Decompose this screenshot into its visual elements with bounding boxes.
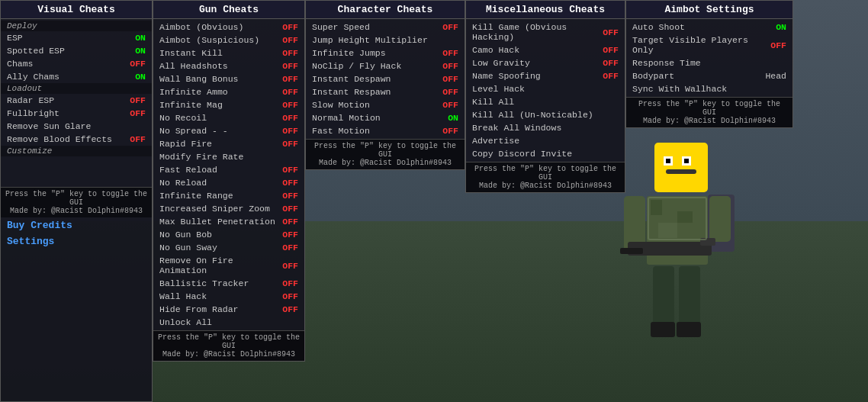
fast-motion-item[interactable]: Fast MotionOFF bbox=[306, 124, 465, 137]
remove-on-fire-item[interactable]: Remove On Fire AnimationOFF bbox=[153, 254, 304, 277]
kill-all-item[interactable]: Kill All bbox=[466, 95, 625, 108]
gun-cheats-header: Gun Cheats bbox=[153, 1, 304, 19]
panels-container: Visual Cheats Deploy ESP ON Spotted ESP … bbox=[0, 0, 868, 402]
slow-motion-item[interactable]: Slow MotionOFF bbox=[306, 98, 465, 111]
chams-value: OFF bbox=[130, 59, 146, 69]
character-footer: Press the "P" key to toggle the GUIMade … bbox=[306, 139, 465, 169]
increased-sniper-zoom-item[interactable]: Increased Sniper ZoomOFF bbox=[153, 202, 304, 215]
jump-height-item[interactable]: Jump Height Multiplier bbox=[306, 34, 465, 47]
instant-respawn-item[interactable]: Instant RespawnOFF bbox=[306, 85, 465, 98]
advertise-item[interactable]: Advertise bbox=[466, 134, 625, 147]
spotted-esp-item[interactable]: Spotted ESP ON bbox=[1, 44, 152, 57]
settings-link[interactable]: Settings bbox=[1, 233, 152, 249]
aimbot-settings-panel: Aimbot Settings Auto ShootON Target Visi… bbox=[625, 0, 793, 128]
infinite-range-item[interactable]: Infinite RangeOFF bbox=[153, 189, 304, 202]
esp-item[interactable]: ESP ON bbox=[1, 31, 152, 44]
no-gun-sway-item[interactable]: No Gun SwayOFF bbox=[153, 241, 304, 254]
auto-shoot-item[interactable]: Auto ShootON bbox=[626, 21, 792, 34]
gun-cheats-body: Aimbot (Obvious)OFF Aimbot (Suspicious)O… bbox=[153, 19, 304, 330]
instant-kill-item[interactable]: Instant KillOFF bbox=[153, 47, 304, 59]
ballistic-tracker-item[interactable]: Ballistic TrackerOFF bbox=[153, 277, 304, 290]
break-all-windows-item[interactable]: Break All Windows bbox=[466, 121, 625, 134]
remove-blood-value: OFF bbox=[130, 134, 146, 144]
character-cheats-panel: Character Cheats Super SpeedOFF Jump Hei… bbox=[305, 0, 465, 170]
all-headshots-item[interactable]: All HeadshotsOFF bbox=[153, 59, 304, 72]
spotted-esp-label: Spotted ESP bbox=[7, 46, 65, 56]
misc-cheats-body: Kill Game (Obvious Hacking)OFF Camo Hack… bbox=[466, 19, 625, 162]
aimbot-obvious-item[interactable]: Aimbot (Obvious)OFF bbox=[153, 21, 304, 34]
visual-spacer bbox=[1, 156, 152, 187]
visual-section-loadout: Loadout bbox=[1, 83, 152, 94]
character-cheats-header: Character Cheats bbox=[306, 1, 465, 19]
name-spoofing-item[interactable]: Name SpoofingOFF bbox=[466, 69, 625, 82]
infinite-jumps-item[interactable]: Infinite JumpsOFF bbox=[306, 47, 465, 59]
max-bullet-penetration-item[interactable]: Max Bullet PenetrationOFF bbox=[153, 215, 304, 228]
fast-reload-item[interactable]: Fast ReloadOFF bbox=[153, 163, 304, 176]
infinite-mag-item[interactable]: Infinite MagOFF bbox=[153, 98, 304, 111]
buy-credits-link[interactable]: Buy Credits bbox=[1, 217, 152, 233]
aimbot-settings-body: Auto ShootON Target Visible Players Only… bbox=[626, 19, 792, 97]
copy-discord-item[interactable]: Copy Discord Invite bbox=[466, 147, 625, 160]
fullbright-label: Fullbright bbox=[7, 108, 59, 118]
visual-footer: Press the "P" key to toggle the GUIMade … bbox=[1, 187, 152, 217]
gun-footer: Press the "P" key to toggle the GUIMade … bbox=[153, 330, 304, 361]
gun-cheats-panel: Gun Cheats Aimbot (Obvious)OFF Aimbot (S… bbox=[153, 0, 305, 362]
wall-bang-item[interactable]: Wall Bang BonusOFF bbox=[153, 72, 304, 85]
visual-cheats-panel: Visual Cheats Deploy ESP ON Spotted ESP … bbox=[0, 0, 153, 402]
visual-cheats-body: Deploy ESP ON Spotted ESP ON Chams OFF A… bbox=[1, 19, 152, 251]
target-visible-item[interactable]: Target Visible Players OnlyOFF bbox=[626, 34, 792, 56]
camo-hack-item[interactable]: Camo HackOFF bbox=[466, 43, 625, 56]
ally-chams-label: Ally Chams bbox=[7, 72, 59, 82]
instant-despawn-item[interactable]: Instant DespawnOFF bbox=[306, 72, 465, 85]
chams-item[interactable]: Chams OFF bbox=[1, 57, 152, 70]
visual-cheats-header: Visual Cheats bbox=[1, 1, 152, 19]
hide-from-radar-item[interactable]: Hide From RadarOFF bbox=[153, 303, 304, 316]
bodypart-item[interactable]: BodypartHead bbox=[626, 69, 792, 82]
no-recoil-item[interactable]: No RecoilOFF bbox=[153, 111, 304, 124]
visual-section-customize: Customize bbox=[1, 146, 152, 156]
normal-motion-item[interactable]: Normal MotionON bbox=[306, 111, 465, 124]
aimbot-suspicious-item[interactable]: Aimbot (Suspicious)OFF bbox=[153, 34, 304, 47]
ally-chams-value: ON bbox=[135, 72, 146, 82]
remove-blood-item[interactable]: Remove Blood Effects OFF bbox=[1, 133, 152, 146]
radar-esp-item[interactable]: Radar ESP OFF bbox=[1, 94, 152, 107]
fullbright-item[interactable]: Fullbright OFF bbox=[1, 107, 152, 120]
misc-footer: Press the "P" key to toggle the GUIMade … bbox=[466, 162, 625, 192]
kill-all-unnoticable-item[interactable]: Kill All (Un-Noticable) bbox=[466, 108, 625, 121]
fullbright-value: OFF bbox=[130, 108, 146, 118]
no-spread-item[interactable]: No Spread - -OFF bbox=[153, 124, 304, 137]
modify-fire-rate-item[interactable]: Modify Fire Rate bbox=[153, 150, 304, 163]
kill-game-item[interactable]: Kill Game (Obvious Hacking)OFF bbox=[466, 21, 625, 43]
ally-chams-item[interactable]: Ally Chams ON bbox=[1, 70, 152, 83]
unlock-all-item[interactable]: Unlock All bbox=[153, 316, 304, 329]
wall-hack-item[interactable]: Wall HackOFF bbox=[153, 290, 304, 303]
response-time-item[interactable]: Response Time bbox=[626, 56, 792, 69]
remove-sun-glare-label: Remove Sun Glare bbox=[7, 121, 91, 131]
aimbot-footer: Press the "P" key to toggle the GUIMade … bbox=[626, 97, 792, 127]
spotted-esp-value: ON bbox=[135, 46, 146, 56]
character-cheats-body: Super SpeedOFF Jump Height Multiplier In… bbox=[306, 19, 465, 139]
sync-wallhack-item[interactable]: Sync With Wallhack bbox=[626, 82, 792, 95]
remove-sun-glare-item[interactable]: Remove Sun Glare bbox=[1, 120, 152, 133]
misc-cheats-panel: Miscellaneous Cheats Kill Game (Obvious … bbox=[465, 0, 625, 193]
no-gun-bob-item[interactable]: No Gun BobOFF bbox=[153, 228, 304, 241]
radar-esp-label: Radar ESP bbox=[7, 95, 54, 105]
aimbot-settings-header: Aimbot Settings bbox=[626, 1, 792, 19]
infinite-ammo-item[interactable]: Infinite AmmoOFF bbox=[153, 85, 304, 98]
noclip-item[interactable]: NoClip / Fly HackOFF bbox=[306, 59, 465, 72]
remove-blood-label: Remove Blood Effects bbox=[7, 134, 112, 144]
chams-label: Chams bbox=[7, 59, 34, 69]
radar-esp-value: OFF bbox=[130, 95, 146, 105]
no-reload-item[interactable]: No ReloadOFF bbox=[153, 176, 304, 189]
level-hack-item[interactable]: Level Hack bbox=[466, 82, 625, 95]
super-speed-item[interactable]: Super SpeedOFF bbox=[306, 21, 465, 34]
visual-section-deploy: Deploy bbox=[1, 21, 152, 31]
rapid-fire-item[interactable]: Rapid FireOFF bbox=[153, 137, 304, 150]
misc-cheats-header: Miscellaneous Cheats bbox=[466, 1, 625, 19]
esp-value: ON bbox=[135, 33, 146, 43]
esp-label: ESP bbox=[7, 33, 23, 43]
low-gravity-item[interactable]: Low GravityOFF bbox=[466, 56, 625, 69]
